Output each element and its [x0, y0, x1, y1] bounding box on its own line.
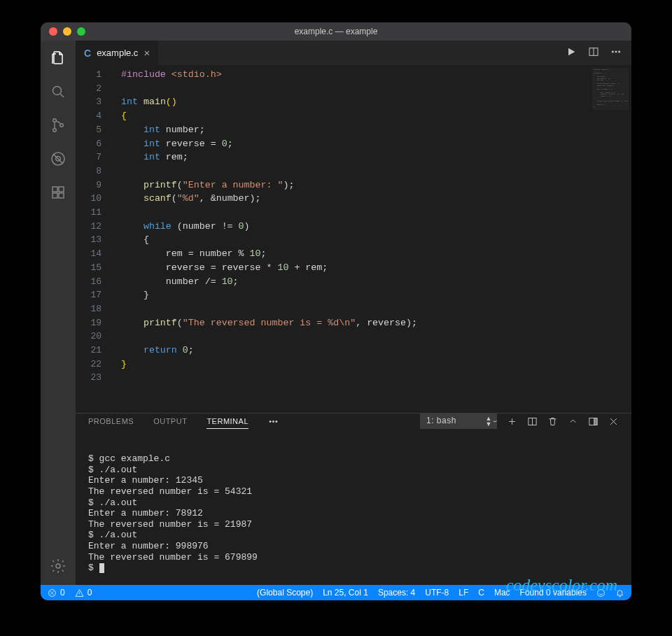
line-number: 17 — [76, 288, 102, 302]
svg-point-1 — [53, 119, 57, 122]
code-line[interactable]: scanf("%d", &number); — [121, 192, 631, 206]
activity-bar — [41, 41, 76, 585]
run-icon[interactable] — [566, 46, 577, 60]
code-line[interactable]: int rem; — [121, 150, 631, 164]
line-number: 23 — [76, 371, 102, 385]
code-line[interactable] — [121, 82, 631, 96]
code-line[interactable]: { — [121, 233, 631, 247]
editor-group: C example.c × 12345678910111213141516171… — [76, 41, 631, 585]
line-number: 10 — [76, 192, 102, 206]
app-window: example.c — example — [41, 22, 631, 600]
line-number: 5 — [76, 123, 102, 137]
panel-tab-bar: PROBLEMS OUTPUT TERMINAL 1: bash ▲▼ — [76, 414, 631, 429]
code-line[interactable]: while (number != 0) — [121, 220, 631, 234]
line-number: 8 — [76, 164, 102, 178]
svg-rect-8 — [59, 193, 64, 198]
line-number: 2 — [76, 82, 102, 96]
terminal-line: The reversed number is = 679899 — [88, 552, 631, 563]
close-tab-icon[interactable]: × — [144, 47, 150, 59]
line-number: 4 — [76, 109, 102, 123]
svg-point-11 — [612, 50, 613, 52]
svg-rect-5 — [52, 187, 57, 192]
code-line[interactable] — [121, 330, 631, 344]
code-line[interactable]: int main() — [121, 95, 631, 109]
explorer-icon[interactable] — [49, 49, 67, 67]
code-line[interactable]: #include <stdio.h> — [121, 68, 631, 82]
panel-tab-problems[interactable]: PROBLEMS — [88, 417, 134, 425]
svg-point-9 — [56, 564, 60, 568]
line-number: 16 — [76, 275, 102, 289]
line-number: 22 — [76, 358, 102, 372]
status-errors[interactable]: 0 — [48, 588, 65, 598]
panel-side-icon[interactable] — [588, 416, 598, 427]
kill-terminal-icon[interactable] — [547, 416, 558, 427]
maximize-panel-icon[interactable] — [568, 416, 578, 427]
line-number: 14 — [76, 247, 102, 261]
terminal-line: $ ./a.out — [88, 465, 631, 476]
terminal-line: Enter a number: 998976 — [88, 541, 631, 552]
code-line[interactable]: int reverse = 0; — [121, 137, 631, 151]
line-number: 3 — [76, 95, 102, 109]
line-number: 12 — [76, 220, 102, 234]
search-icon[interactable] — [49, 83, 67, 101]
svg-rect-6 — [59, 187, 64, 192]
panel-tab-terminal[interactable]: TERMINAL — [206, 417, 248, 429]
panel-tab-output[interactable]: OUTPUT — [153, 417, 187, 425]
close-panel-icon[interactable] — [608, 416, 619, 427]
line-number: 21 — [76, 344, 102, 358]
code-line[interactable]: printf("The reversed number is = %d\n", … — [121, 316, 631, 330]
more-actions-icon[interactable] — [610, 46, 622, 60]
code-line[interactable]: rem = number % 10; — [121, 247, 631, 261]
settings-gear-icon[interactable] — [49, 557, 67, 575]
code-line[interactable] — [121, 206, 631, 220]
terminal-content[interactable]: $ gcc example.c$ ./a.outEnter a number: … — [76, 429, 631, 595]
code-line[interactable]: } — [121, 288, 631, 302]
error-icon — [48, 588, 57, 598]
code-editor[interactable]: 1234567891011121314151617181920212223 #i… — [76, 65, 631, 413]
code-line[interactable] — [121, 164, 631, 178]
source-control-icon[interactable] — [49, 116, 67, 134]
terminal-line: $ ./a.out — [88, 497, 631, 509]
line-number: 11 — [76, 206, 102, 220]
window-body: C example.c × 12345678910111213141516171… — [41, 41, 631, 585]
code-line[interactable]: return 0; — [121, 344, 631, 358]
minimap[interactable]: #include <stdio.h> int main() { int numb… — [592, 68, 629, 110]
terminal-line: $ gcc example.c — [88, 453, 631, 465]
code-content[interactable]: #include <stdio.h> int main(){ int numbe… — [114, 65, 631, 413]
terminal-selector-label: 1: bash — [426, 416, 456, 425]
svg-point-12 — [615, 50, 617, 52]
terminal-cursor — [99, 563, 104, 573]
svg-point-0 — [53, 87, 62, 95]
debug-icon[interactable] — [49, 150, 67, 168]
terminal-line: $ ./a.out — [88, 530, 631, 541]
svg-rect-19 — [594, 418, 597, 425]
svg-point-16 — [276, 421, 277, 422]
tab-example-c[interactable]: C example.c × — [76, 41, 159, 65]
svg-point-13 — [619, 50, 620, 52]
code-line[interactable]: printf("Enter a number: "); — [121, 178, 631, 192]
svg-point-14 — [270, 421, 271, 422]
code-line[interactable]: { — [121, 109, 631, 123]
code-line[interactable]: number /= 10; — [121, 275, 631, 289]
line-number: 1 — [76, 68, 102, 82]
window-title: example.c — example — [41, 27, 631, 36]
line-number: 15 — [76, 261, 102, 275]
svg-point-3 — [60, 124, 64, 127]
panel-more-icon[interactable] — [268, 416, 279, 427]
new-terminal-icon[interactable] — [507, 416, 517, 427]
terminal-line: The reversed number is = 21987 — [88, 519, 631, 530]
terminal-line: $ — [88, 563, 631, 574]
code-line[interactable]: int number; — [121, 123, 631, 137]
code-line[interactable] — [121, 371, 631, 385]
split-terminal-icon[interactable] — [527, 416, 538, 427]
line-number: 20 — [76, 330, 102, 344]
split-editor-icon[interactable] — [588, 46, 599, 60]
line-number: 6 — [76, 137, 102, 151]
code-line[interactable] — [121, 302, 631, 316]
titlebar: example.c — example — [41, 22, 631, 41]
extensions-icon[interactable] — [49, 183, 67, 202]
terminal-selector[interactable]: 1: bash ▲▼ — [420, 414, 497, 429]
code-line[interactable]: reverse = reverse * 10 + rem; — [121, 261, 631, 275]
line-number: 19 — [76, 316, 102, 330]
code-line[interactable]: } — [121, 358, 631, 372]
